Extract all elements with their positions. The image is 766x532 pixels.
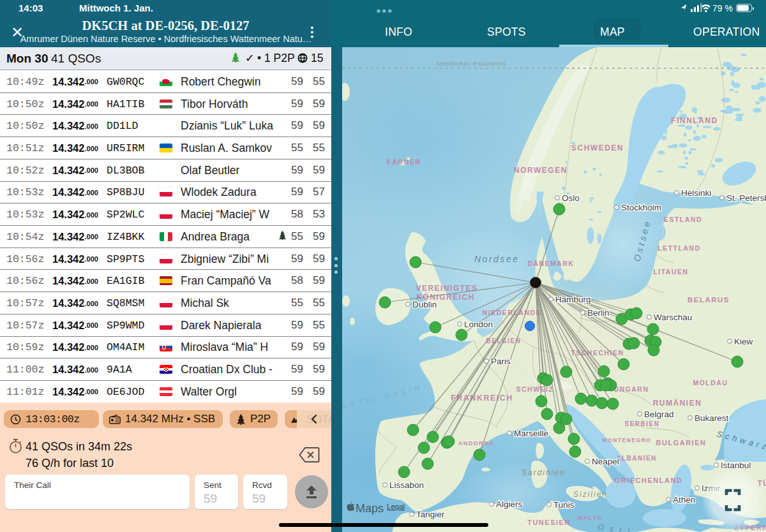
svg-text:NIEDERLANDE: NIEDERLANDE [483,309,541,316]
svg-text:Warschau: Warschau [654,313,692,322]
svg-text:St. Petersb: St. Petersb [726,193,766,203]
svg-text:LETTLAND: LETTLAND [657,244,700,252]
svg-text:London: London [464,320,493,329]
svg-text:Oslo: Oslo [562,193,580,203]
svg-text:Marseille: Marseille [514,429,548,438]
svg-text:GRIECHENLAND: GRIECHENLAND [615,477,683,484]
svg-text:MOLDAU: MOLDAU [693,379,728,387]
svg-text:MONTENEGRO: MONTENEGRO [603,437,652,443]
svg-text:Algiers: Algiers [496,499,523,509]
svg-text:Dublin: Dublin [412,300,437,309]
svg-text:RUMÄNIEN: RUMÄNIEN [653,398,702,408]
svg-text:Sardinien: Sardinien [522,468,566,477]
svg-text:BELARUS: BELARUS [687,296,730,304]
svg-text:NORWEGEN: NORWEGEN [514,166,567,175]
svg-text:Kiew: Kiew [734,337,753,346]
svg-text:Nördlicher Polarkreis: Nördlicher Polarkreis [437,60,506,67]
svg-text:FINNLAND: FINNLAND [671,116,717,125]
svg-text:UNGARN: UNGARN [613,385,649,393]
svg-text:MALTA: MALTA [577,514,602,521]
svg-text:Tangier: Tangier [416,510,445,519]
svg-text:SERBIEN: SERBIEN [625,420,660,427]
svg-text:BULGARIEN: BULGARIEN [656,439,707,447]
svg-text:LITAUEN: LITAUEN [653,268,688,276]
svg-text:Tunis: Tunis [553,500,574,510]
svg-text:Belgrad: Belgrad [644,410,674,419]
svg-text:Paris: Paris [491,357,511,366]
svg-text:ALBANIEN: ALBANIEN [616,455,657,462]
svg-text:Stockholm: Stockholm [621,203,661,212]
svg-text:Lissabon: Lissabon [389,480,424,490]
svg-text:Bukarest: Bukarest [695,413,729,423]
svg-text:Hamburg: Hamburg [555,295,591,304]
svg-text:ANDORRA: ANDORRA [458,440,495,447]
svg-text:FRANKREICH: FRANKREICH [451,394,513,403]
svg-text:TUNESIEN: TUNESIEN [527,519,571,526]
svg-text:Nordsee: Nordsee [474,254,519,264]
svg-text:Maps: Maps [356,502,384,515]
svg-text:Helsinki: Helsinki [681,188,711,198]
svg-text:ESTLAND: ESTLAND [664,216,702,223]
svg-text:Neapel: Neapel [592,457,619,466]
svg-text:FÄRÖER: FÄRÖER [387,158,421,166]
svg-text:Legal: Legal [387,503,405,510]
svg-text:SCHWEIZ: SCHWEIZ [516,385,554,393]
svg-text:Athen: Athen [673,495,695,505]
svg-text:Sizilien: Sizilien [573,490,608,499]
svg-text:DÄNEMARK: DÄNEMARK [527,260,574,267]
svg-text:Berlin: Berlin [587,308,610,318]
svg-text:SCHWEDEN: SCHWEDEN [571,144,624,152]
